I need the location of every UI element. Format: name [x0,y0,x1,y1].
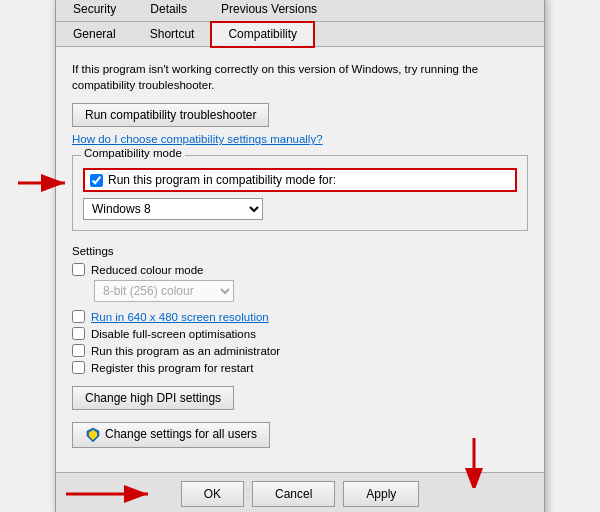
tab-shortcut[interactable]: Shortcut [133,22,212,46]
reduced-colour-row: Reduced colour mode [72,263,528,276]
compat-mode-row: Run this program in compatibility mode f… [83,168,517,192]
tab-row-top: Security Details Previous Versions [56,0,544,22]
settings-group-label: Settings [72,245,528,257]
screen-resolution-row: Run in 640 x 480 screen resolution [72,310,528,323]
screen-resolution-label[interactable]: Run in 640 x 480 screen resolution [91,311,269,323]
run-troubleshooter-button[interactable]: Run compatibility troubleshooter [72,103,269,127]
restart-checkbox[interactable] [72,361,85,374]
apply-button[interactable]: Apply [343,481,419,507]
tab-compatibility[interactable]: Compatibility [211,22,314,47]
ok-button[interactable]: OK [181,481,244,507]
arrow-ok-icon [66,482,156,506]
compatibility-mode-group: Compatibility mode Run this program in c… [72,155,528,231]
tab-general[interactable]: General [56,22,133,46]
tab-row-bottom: General Shortcut Compatibility [56,22,544,47]
os-select[interactable]: Windows 8 Windows 7 Windows Vista (SP2) … [83,198,263,220]
cancel-button[interactable]: Cancel [252,481,335,507]
dialog-window: Security Details Previous Versions Gener… [55,0,545,512]
arrow-compat-icon [18,168,73,198]
compat-mode-checkbox[interactable] [90,174,103,187]
compat-mode-checkbox-label: Run this program in compatibility mode f… [108,173,336,187]
fullscreen-row: Disable full-screen optimisations [72,327,528,340]
tab-previous-versions[interactable]: Previous Versions [204,0,334,21]
description-text: If this program isn't working correctly … [72,61,528,93]
change-settings-label: Change settings for all users [105,427,257,441]
os-dropdown-row: Windows 8 Windows 7 Windows Vista (SP2) … [83,198,517,220]
colour-select: 8-bit (256) colour [94,280,234,302]
restart-label: Register this program for restart [91,362,253,374]
fullscreen-label: Disable full-screen optimisations [91,328,256,340]
admin-row: Run this program as an administrator [72,344,528,357]
change-settings-section: Change settings for all users [72,422,528,448]
fullscreen-checkbox[interactable] [72,327,85,340]
compatibility-mode-label: Compatibility mode [81,147,185,159]
screen-resolution-checkbox[interactable] [72,310,85,323]
change-dpi-button[interactable]: Change high DPI settings [72,386,234,410]
admin-checkbox[interactable] [72,344,85,357]
restart-row: Register this program for restart [72,361,528,374]
change-settings-button[interactable]: Change settings for all users [72,422,270,448]
colour-dropdown-row: 8-bit (256) colour [94,280,528,302]
shield-icon [85,427,101,443]
admin-label: Run this program as an administrator [91,345,280,357]
tab-security[interactable]: Security [56,0,133,21]
tab-details[interactable]: Details [133,0,204,21]
settings-group: Settings Reduced colour mode 8-bit (256)… [72,245,528,410]
reduced-colour-label: Reduced colour mode [91,264,204,276]
help-link[interactable]: How do I choose compatibility settings m… [72,133,528,145]
reduced-colour-checkbox[interactable] [72,263,85,276]
tab-content: If this program isn't working correctly … [56,47,544,458]
dialog-footer: OK Cancel Apply [56,472,544,512]
arrow-apply-icon [462,438,486,488]
